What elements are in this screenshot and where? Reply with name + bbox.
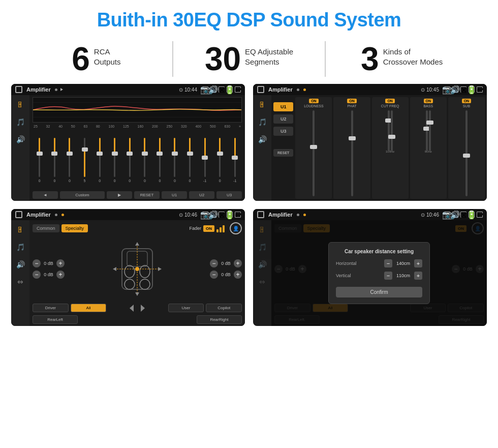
cutfreq-slider-f[interactable] — [388, 110, 390, 151]
fader-main-content: − 0 dB + − 0 dB + — [33, 236, 242, 302]
stat-number-6: 6 — [72, 43, 90, 75]
eq-thumb-1 — [37, 152, 43, 156]
fader-on-btn[interactable]: ON — [203, 225, 214, 232]
eq-slider-9[interactable]: 0 — [153, 137, 167, 183]
eq-slider-11[interactable]: 0 — [183, 137, 197, 183]
eq-u1-btn[interactable]: U1 — [162, 191, 187, 199]
fader-plus-1[interactable]: + — [56, 259, 65, 267]
dialog-dot-2 — [303, 214, 306, 216]
loudness-slider[interactable] — [313, 110, 315, 196]
stat-item-rca: 6 RCAOutputs — [30, 43, 162, 75]
u2-preset[interactable]: U2 — [273, 114, 293, 124]
eq-slider-2[interactable]: 0 — [48, 137, 62, 183]
fader-icon-3[interactable]: 🔊 — [15, 259, 26, 270]
fader-plus-4[interactable]: + — [234, 271, 242, 279]
eq-track-5 — [99, 138, 101, 177]
eq-slider-6[interactable]: 0 — [108, 137, 122, 183]
fader-specialty-tab[interactable]: Specialty — [61, 224, 88, 232]
fader-minus-1[interactable]: − — [33, 259, 41, 267]
eq-slider-3[interactable]: 0 — [63, 137, 77, 183]
fader-minus-4[interactable]: − — [210, 271, 218, 279]
dialog-vertical-controls: − 110cm + — [384, 272, 422, 280]
fader-bottom-row: Driver All User Copilot — [33, 304, 242, 312]
play-icon[interactable] — [60, 88, 63, 91]
crossover-home-icon[interactable] — [257, 86, 264, 93]
eq-sidebar-icon-2[interactable]: 🎵 — [15, 116, 26, 128]
crossover-reset-btn[interactable]: RESET — [273, 149, 293, 157]
fader-rearright-btn[interactable]: RearRight — [197, 315, 242, 324]
eq-u2-btn[interactable]: U2 — [189, 191, 214, 199]
fader-rearleft-btn[interactable]: RearLeft — [33, 315, 78, 324]
eq-main-area: 25 32 40 50 63 80 100 125 160 200 250 32… — [29, 95, 245, 201]
sub-slider[interactable] — [465, 110, 468, 196]
back-icon[interactable]: ↩ — [235, 86, 241, 93]
bass-slider-g[interactable] — [429, 110, 431, 151]
eq-slider-1[interactable]: 0 — [33, 137, 47, 183]
cutfreq-slider-g[interactable] — [391, 110, 393, 151]
eq-thumb-11 — [187, 152, 193, 156]
dialog-confirm-button[interactable]: Confirm — [336, 287, 422, 297]
dialog-box: Car speaker distance setting Horizontal … — [328, 242, 430, 304]
eq-slider-5[interactable]: 0 — [92, 137, 107, 183]
fader-minus-3[interactable]: − — [210, 259, 218, 267]
eq-slider-4[interactable]: 5 — [78, 137, 92, 183]
dialog-vertical-plus[interactable]: + — [414, 272, 422, 280]
home-icon[interactable] — [15, 86, 22, 93]
fader-db-val-3: 0 dB — [220, 261, 232, 266]
fader-minus-2[interactable]: − — [33, 271, 41, 279]
dialog-horizontal-plus[interactable]: + — [414, 259, 422, 267]
eq-sidebar-icon-1[interactable]: 🎚 — [15, 99, 26, 110]
eq-custom-btn[interactable]: Custom — [60, 191, 105, 199]
crossover-back-icon[interactable]: ↩ — [477, 86, 483, 93]
fader-all-btn[interactable]: All — [71, 304, 107, 312]
crossover-icon-3[interactable]: 🔊 — [257, 134, 268, 145]
fader-common-tab[interactable]: Common — [33, 224, 59, 232]
bass-on-badge: ON — [424, 99, 433, 103]
eq-reset-btn[interactable]: RESET — [134, 191, 160, 199]
dialog-horizontal-row: Horizontal − 140cm + — [336, 259, 422, 267]
eq-slider-7[interactable]: 0 — [122, 137, 137, 183]
eq-val-9: 0 — [159, 179, 161, 183]
dialog-vertical-minus[interactable]: − — [384, 272, 392, 280]
fader-content: 🎚 🎵 🔊 ⇔ Common Specialty Fader ON — [11, 220, 245, 326]
fader-copilot-btn[interactable]: Copilot — [206, 304, 242, 312]
fader-signal-icon: ⊠ — [219, 212, 225, 218]
fader-db-row-3: − 0 dB + — [210, 259, 242, 267]
crossover-signal-icon: ⊠ — [460, 86, 466, 93]
fader-icon-2[interactable]: 🎵 — [15, 242, 26, 253]
fader-car-diagram — [68, 236, 207, 302]
dialog-back-icon[interactable]: ↩ — [477, 212, 483, 218]
fader-back-icon[interactable]: ↩ — [235, 212, 241, 218]
eq-val-14: -1 — [233, 179, 236, 183]
eq-slider-8[interactable]: 0 — [138, 137, 152, 183]
u1-preset[interactable]: U1 — [273, 102, 293, 111]
phat-slider[interactable] — [351, 110, 353, 196]
crossover-icon-1[interactable]: 🎚 — [257, 99, 268, 110]
fader-driver-btn[interactable]: Driver — [33, 304, 69, 312]
fader-plus-2[interactable]: + — [56, 271, 65, 279]
eq-slider-14[interactable]: -1 — [228, 137, 242, 183]
eq-prev-btn[interactable]: ◄ — [33, 191, 58, 199]
dialog-horizontal-minus[interactable]: − — [384, 259, 392, 267]
eq-thumb-2 — [51, 152, 57, 156]
eq-next-btn[interactable]: ▶ — [107, 191, 132, 199]
stat-text-eq: EQ AdjustableSegments — [245, 43, 293, 67]
eq-sidebar-icon-3[interactable]: 🔊 — [15, 134, 26, 145]
fader-icon-1[interactable]: 🎚 — [15, 224, 26, 235]
eq-slider-10[interactable]: 0 — [168, 137, 182, 183]
bass-slider-f[interactable] — [426, 110, 428, 151]
fader-icon-4[interactable]: ⇔ — [15, 276, 26, 287]
stat-divider-1 — [172, 41, 173, 77]
cutfreq-label: CUT FREQ — [381, 104, 399, 108]
eq-u3-btn[interactable]: U3 — [216, 191, 242, 199]
dialog-home-icon[interactable] — [257, 211, 264, 218]
fader-home-icon[interactable] — [15, 211, 22, 218]
svg-marker-17 — [141, 305, 145, 312]
eq-slider-12[interactable]: -1 — [198, 137, 212, 183]
fader-plus-3[interactable]: + — [234, 259, 242, 267]
crossover-icon-2[interactable]: 🎵 — [257, 116, 268, 128]
fader-user-btn[interactable]: User — [168, 304, 204, 312]
bass-thumb-g — [426, 121, 433, 125]
eq-slider-13[interactable]: 0 — [213, 137, 227, 183]
u3-preset[interactable]: U3 — [273, 127, 293, 136]
